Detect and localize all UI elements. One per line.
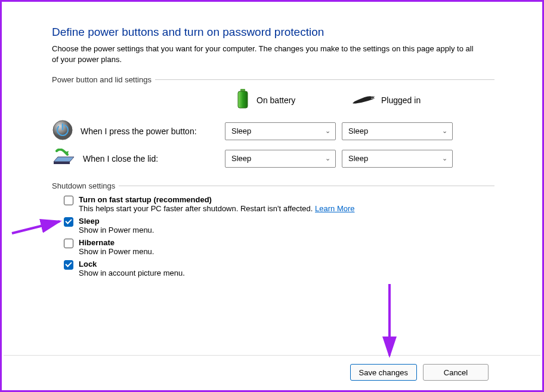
power-button-icon [52, 119, 73, 143]
learn-more-link[interactable]: Learn More [315, 204, 354, 213]
chevron-down-icon: ⌄ [442, 155, 447, 162]
select-value: Sleep [231, 154, 251, 163]
page-description: Choose the power settings that you want … [52, 44, 481, 64]
fast-startup-label: Turn on fast startup (recommended) [79, 195, 355, 204]
section-shutdown-label: Shutdown settings [52, 181, 115, 190]
plug-icon [351, 92, 375, 107]
column-plugged-in: Plugged in [351, 92, 468, 107]
lid-label: When I close the lid: [83, 154, 158, 163]
power-button-plugged-select[interactable]: Sleep ⌄ [342, 122, 453, 140]
lid-icon [52, 149, 76, 168]
save-button[interactable]: Save changes [350, 364, 417, 381]
lock-checkbox[interactable] [64, 260, 73, 270]
lock-desc: Show in account picture menu. [79, 268, 185, 277]
hibernate-label: Hibernate [79, 238, 154, 247]
svg-rect-3 [371, 98, 375, 99]
window-frame: Define power buttons and turn on passwor… [0, 0, 544, 392]
sleep-desc: Show in Power menu. [79, 226, 154, 234]
chevron-down-icon: ⌄ [325, 127, 330, 135]
section-power-lid-header: Power button and lid settings [52, 75, 494, 84]
hibernate-desc: Show in Power menu. [79, 247, 154, 256]
column-plugged-in-label: Plugged in [381, 95, 421, 105]
svg-rect-1 [238, 91, 248, 108]
sleep-checkbox[interactable] [64, 217, 73, 227]
lock-label: Lock [79, 260, 185, 268]
lid-on-battery-select[interactable]: Sleep ⌄ [225, 150, 336, 168]
battery-icon [235, 89, 251, 111]
annotation-arrow-icon [375, 281, 404, 365]
chevron-down-icon: ⌄ [325, 155, 330, 162]
select-value: Sleep [348, 154, 368, 163]
select-value: Sleep [348, 126, 368, 135]
cancel-button[interactable]: Cancel [423, 364, 489, 381]
footer-divider [4, 355, 540, 356]
select-value: Sleep [231, 126, 251, 135]
section-power-lid-label: Power button and lid settings [52, 75, 152, 84]
fast-startup-checkbox[interactable] [64, 196, 73, 205]
column-on-battery: On battery [235, 89, 351, 111]
power-button-label: When I press the power button: [81, 126, 197, 136]
page-title: Define power buttons and turn on passwor… [52, 26, 494, 39]
chevron-down-icon: ⌄ [442, 127, 447, 135]
fast-startup-desc: This helps start your PC faster after sh… [79, 204, 355, 213]
svg-rect-2 [371, 96, 375, 97]
svg-rect-0 [240, 89, 245, 91]
hibernate-checkbox[interactable] [64, 239, 73, 248]
section-shutdown-header: Shutdown settings [52, 181, 494, 190]
column-on-battery-label: On battery [256, 95, 295, 105]
lid-plugged-select[interactable]: Sleep ⌄ [342, 150, 453, 168]
sleep-label: Sleep [79, 217, 154, 226]
power-button-on-battery-select[interactable]: Sleep ⌄ [225, 122, 336, 140]
